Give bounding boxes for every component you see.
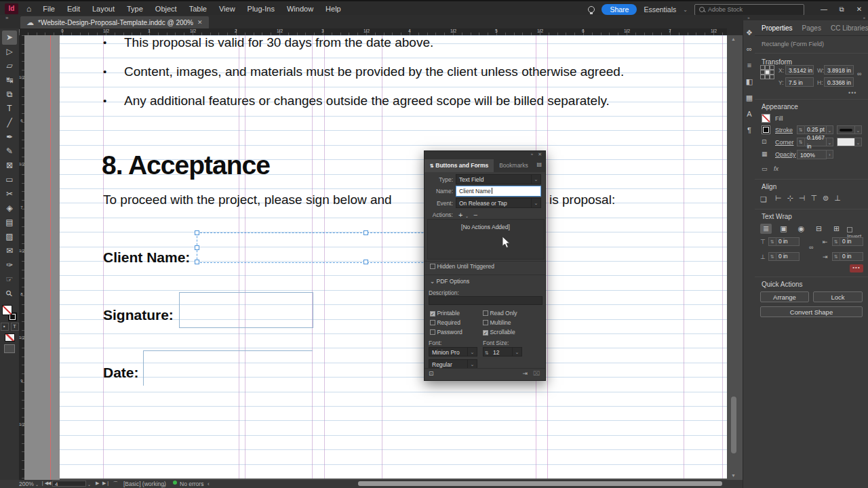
date-label[interactable]: Date: [103, 365, 139, 381]
last-page-button[interactable]: ▶❘ [102, 481, 110, 486]
password-checkbox[interactable]: Password [430, 329, 462, 336]
restore-button[interactable]: ⧉ [833, 3, 850, 16]
free-transform-tool[interactable]: ◈ [2, 201, 17, 216]
links-panel-icon[interactable]: ∞ [747, 41, 752, 57]
reference-point-grid[interactable] [760, 65, 774, 79]
offset-left-field[interactable]: ⇅0 in [832, 237, 863, 246]
rectangle-tool[interactable]: ▭ [2, 173, 17, 187]
selection-tool[interactable]: ➤ [2, 30, 17, 45]
column-guide[interactable] [722, 35, 723, 479]
body-text-left[interactable]: To proceed with the project, please sign… [103, 192, 392, 207]
menu-item[interactable]: Help [319, 2, 347, 16]
content-collector-tool[interactable]: ⧉ [2, 87, 17, 102]
convert-to-object-icon[interactable]: ⇥ [522, 370, 528, 377]
font-style-dropdown[interactable]: Regular⌄ [429, 359, 477, 369]
workspace-switcher[interactable]: Essentials [644, 5, 676, 14]
swatches-panel-icon[interactable]: ◧ [746, 73, 753, 89]
required-checkbox[interactable]: Required [430, 319, 460, 326]
hidden-until-triggered-checkbox[interactable]: Hidden Until Triggered [430, 263, 494, 270]
scrollable-checkbox[interactable]: ✓ Scrollable [483, 329, 515, 336]
delete-icon[interactable]: ⌧ [533, 370, 540, 377]
selection-handle[interactable] [195, 245, 199, 250]
offset-top-field[interactable]: ⇅0 in [768, 237, 800, 246]
stroke-panel-icon[interactable]: ≡ [747, 57, 751, 73]
formatting-affects-text-button[interactable]: T [11, 323, 19, 331]
cc-libraries-panel-icon[interactable]: ▦ [746, 89, 753, 106]
menu-item[interactable]: Type [121, 2, 149, 16]
panel-strip-collapse[interactable]: » [743, 15, 755, 20]
event-dropdown[interactable]: On Release or Tap⌄ [456, 198, 541, 208]
discover-icon[interactable] [588, 6, 595, 13]
remove-action-button[interactable]: − [473, 211, 477, 219]
menu-item[interactable]: View [213, 2, 241, 16]
align-center-v-icon[interactable]: ⊜ [823, 194, 829, 203]
align-left-icon[interactable]: ⊢ [775, 194, 782, 203]
client-name-label[interactable]: Client Name: [103, 249, 190, 266]
stroke-style-dropdown[interactable]: ⌄ [854, 125, 862, 134]
previous-page-button[interactable]: ◀ [47, 481, 51, 486]
fill-swatch[interactable] [762, 114, 770, 123]
no-wrap-icon[interactable]: ≣ [760, 224, 772, 234]
menu-item[interactable]: Object [149, 2, 183, 16]
menu-item[interactable]: Plug-Ins [241, 2, 281, 16]
line-tool[interactable]: ╱ [2, 116, 17, 130]
preview-form-icon[interactable]: ⊡ [429, 370, 434, 377]
add-action-button[interactable]: + [458, 211, 462, 219]
apply-none-button[interactable] [5, 333, 15, 342]
y-field[interactable]: 7.5 in [785, 77, 814, 87]
tab-buttons-and-forms[interactable]: ⇅ Buttons and Forms [425, 159, 494, 172]
chevron-down-icon[interactable]: ⌄ [683, 7, 688, 13]
effects-icon[interactable]: fx [774, 165, 778, 172]
font-family-dropdown[interactable]: Minion Pro⌄ [429, 347, 477, 357]
name-input[interactable]: Client Name [456, 186, 541, 197]
close-icon[interactable]: ✕ [538, 152, 542, 157]
selection-handle[interactable] [363, 260, 368, 264]
transform-more-options[interactable]: ••• [848, 89, 856, 96]
document-tab[interactable]: ☁ *Website-Design-Proposal-Template.indd… [20, 16, 209, 28]
jump-to-next-column-icon[interactable]: ⊞ [831, 224, 842, 234]
bullet-item[interactable]: •Content, images, and materials must be … [103, 64, 624, 79]
offset-bottom-field[interactable]: ⇅0 in [768, 252, 800, 261]
close-tab-icon[interactable]: ✕ [197, 19, 203, 26]
collapse-icon[interactable]: » [531, 152, 533, 156]
description-input[interactable] [429, 296, 542, 305]
align-bottom-icon[interactable]: ⊥ [834, 194, 841, 203]
read-only-checkbox[interactable]: Read Only [483, 310, 517, 317]
tab-pages[interactable]: Pages [802, 24, 821, 32]
w-field[interactable]: 3.8918 in [824, 65, 854, 75]
pasteboard[interactable] [24, 35, 60, 480]
multiline-checkbox[interactable]: Multiline [483, 319, 511, 326]
collapse-icon[interactable]: » [5, 15, 8, 21]
stroke-label[interactable]: Stroke [775, 127, 793, 134]
character-styles-panel-icon[interactable]: A [747, 106, 751, 122]
bullet-item[interactable]: •This proposal is valid for 30 days from… [103, 35, 433, 50]
direct-selection-tool[interactable]: ▷ [2, 45, 17, 59]
document-canvas[interactable]: •This proposal is valid for 30 days from… [24, 35, 743, 480]
body-text-right[interactable]: is proposal: [549, 192, 615, 207]
corner-radius-dropdown[interactable]: ⌄ [826, 138, 833, 146]
frame-fitting-icon[interactable]: ▭ [762, 165, 768, 172]
offset-link-icon[interactable]: ∞ [809, 244, 813, 251]
convert-shape-button[interactable]: Convert Shape [760, 306, 863, 317]
h-field[interactable]: 0.3368 in [824, 77, 854, 87]
add-action-dropdown[interactable]: ⌄ [465, 214, 469, 218]
formatting-affects-container-button[interactable]: ▪ [1, 323, 9, 331]
menu-item[interactable]: File [37, 2, 61, 16]
signature-label[interactable]: Signature: [103, 307, 174, 323]
vertical-scrollbar[interactable] [731, 396, 736, 453]
adobe-stock-search[interactable]: Adobe Stock [694, 4, 804, 16]
corner-style-dropdown[interactable]: ⌄ [854, 138, 862, 146]
pencil-tool[interactable]: ✎ [2, 144, 17, 159]
align-to-selector[interactable]: ❏ [760, 195, 767, 204]
menu-item[interactable]: Layout [86, 2, 121, 16]
bullet-item[interactable]: •Any additional features or changes outs… [103, 94, 610, 108]
fill-swatch-none[interactable] [2, 305, 12, 315]
lock-button[interactable]: Lock [813, 291, 863, 302]
tab-properties[interactable]: Properties [762, 24, 793, 32]
signature-field-frame[interactable] [179, 292, 313, 328]
constrain-proportions-icon[interactable]: ∞ [857, 70, 861, 77]
align-right-icon[interactable]: ⊣ [799, 194, 806, 203]
minimize-button[interactable]: — [815, 3, 833, 16]
corner-radius-field[interactable]: ⇅0.1667 in [797, 138, 827, 146]
scroll-left-icon[interactable]: ‹ [208, 481, 210, 487]
